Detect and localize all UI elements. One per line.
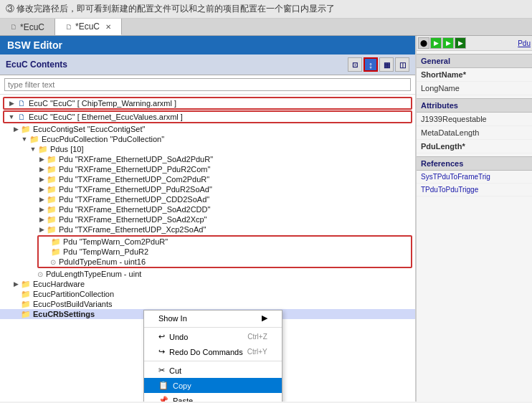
folder-icon-4: 📁 (37, 145, 49, 153)
tree-item-6[interactable]: ▶ 📁 Pdu "RXFrame_EthernetUDP_PduR2Com" (0, 164, 415, 174)
tree-label-12: Pdu "TXFrame_EthernetUDP_Xcp2SoAd" (57, 225, 206, 234)
expand-arrow-17[interactable]: ▶ (11, 280, 20, 288)
cm-paste[interactable]: 📌 Paste (144, 393, 282, 402)
toolbar-collapse-btn[interactable]: ⊡ (348, 57, 362, 72)
tree-label-13: Pdu "TempWarn_Com2PduR" (62, 237, 168, 246)
ecuc-contents-label: EcuC Contents (6, 60, 67, 70)
toolbar-grid-btn[interactable]: ▦ (379, 57, 394, 72)
cm-undo-label: Undo (169, 333, 188, 341)
expand-arrow-10[interactable]: ▶ (37, 205, 46, 214)
expand-arrow-7[interactable]: ▶ (37, 175, 46, 184)
tree-item-17[interactable]: ▶ 📁 EcucHardware (0, 279, 415, 289)
tree-label-0: EcuC "EcuC" [ ChipTemp_Warning.arxml ] (27, 99, 176, 108)
expand-arrow-2[interactable]: ▶ (11, 125, 20, 133)
cm-paste-label: Paste (173, 397, 193, 402)
expand-arrow-5[interactable]: ▶ (37, 155, 46, 163)
cm-copy-label: Copy (173, 381, 191, 390)
tree-item-18[interactable]: 📁 EcucPartitionCollection (0, 289, 415, 299)
cm-copy[interactable]: 📋 Copy (144, 378, 282, 393)
tree-area: ▶ 🗋 EcuC "EcuC" [ ChipTemp_Warning.arxml… (0, 95, 415, 402)
tree-item-11[interactable]: ▶ 📁 Pdu "RXFrame_EthernetUDP_SoAd2Xcp" (0, 214, 415, 224)
expand-arrow-4[interactable]: ▼ (29, 145, 37, 153)
expand-arrow-6[interactable]: ▶ (37, 165, 46, 174)
tree-label-14: Pdu "TempWarn_PduR2 (62, 247, 148, 256)
expand-arrow-9[interactable]: ▶ (37, 195, 46, 204)
cm-undo[interactable]: ↩ Undo Ctrl+Z (144, 329, 282, 344)
expand-arrow-12[interactable]: ▶ (37, 225, 46, 234)
cm-cut[interactable]: ✂ Cut (144, 363, 282, 378)
ref-item-1[interactable]: SysTPduToFrameTrig (417, 171, 532, 184)
folder-icon-1: 🗋 (16, 113, 27, 121)
tree-item-13[interactable]: 📁 Pdu "TempWarn_Com2PduR" (39, 237, 411, 247)
tree-item-0[interactable]: ▶ 🗋 EcuC "EcuC" [ ChipTemp_Warning.arxml… (4, 98, 411, 108)
tab-ecuc-2[interactable]: 🗋 *EcuC ✕ (55, 19, 122, 35)
tree-label-10: Pdu "RXFrame_EthernetUDP_SoAd2CDD" (57, 205, 210, 214)
tree-item-5[interactable]: ▶ 📁 Pdu "RXFrame_EthernetUDP_SoAd2PduR" (0, 154, 415, 164)
rt-btn-2[interactable]: ▶ (430, 37, 442, 49)
rt-btn-4[interactable]: ▶ (455, 37, 466, 49)
tree-item-4[interactable]: ▼ 📁 Pdus [10] (0, 144, 415, 154)
tree-label-1: EcuC "EcuC" [ Ethernet_EcucValues.arxml … (27, 113, 183, 121)
rt-label: Pdu (518, 39, 531, 47)
expand-arrow-8[interactable]: ▶ (37, 185, 46, 194)
tree-item-15[interactable]: ⊙ PduIdTypeEnum - uint16 (39, 257, 411, 267)
folder-icon-11: 📁 (46, 215, 57, 224)
expand-arrow-19 (11, 300, 20, 308)
ref-item-2-text: TPduToPduTrigge (421, 186, 478, 194)
cm-sep-1 (144, 327, 282, 328)
tree-item-12[interactable]: ▶ 📁 Pdu "TXFrame_EthernetUDP_Xcp2SoAd" (0, 224, 415, 234)
toolbar-arrow-btn[interactable]: ↕ (364, 57, 378, 72)
tree-label-17: EcucHardware (32, 280, 85, 288)
tree-item-9[interactable]: ▶ 📁 Pdu "TXFrame_EthernetUDP_CDD2SoAd" (0, 194, 415, 204)
expand-arrow-18 (11, 290, 20, 298)
tree-item-7[interactable]: ▶ 📁 Pdu "TXFrame_EthernetUDP_Com2PduR" (0, 174, 415, 184)
folder-icon-9: 📁 (46, 195, 57, 204)
expand-arrow-16 (29, 270, 37, 278)
prop-longname: LongName (417, 82, 532, 95)
tree-item-2[interactable]: ▶ 📁 EcucContigSet "EcucContigSet" (0, 124, 415, 134)
cm-redo-shortcut: Ctrl+Y (247, 348, 267, 356)
section-general-label: General (421, 57, 450, 65)
expand-arrow-20 (11, 310, 20, 318)
bsw-header: BSW Editor (0, 36, 415, 54)
tab-icon-2: 🗋 (65, 23, 72, 31)
folder-icon-3: 📁 (29, 135, 40, 143)
expand-arrow-3[interactable]: ▼ (20, 135, 29, 143)
tree-item-14[interactable]: 📁 Pdu "TempWarn_PduR2 (39, 247, 411, 257)
ref-item-2[interactable]: TPduToPduTrigge (417, 184, 532, 196)
cm-cut-label: Cut (169, 366, 181, 375)
expand-arrow-14 (42, 247, 50, 256)
filter-bar (0, 75, 415, 95)
prop-longname-label: LongName (421, 84, 528, 93)
cm-cut-icon: ✂ (158, 366, 165, 375)
tree-item-19[interactable]: 📁 EcucPostBuildVariants (0, 299, 415, 309)
folder-icon-10: 📁 (46, 205, 57, 214)
folder-icon-14: 📁 (50, 247, 62, 256)
top-bar-text: ③ 修改完路径后，即可看到新建的配置文件可以和之前的项目配置在一个窗口内显示了 (6, 4, 335, 14)
expand-arrow-0[interactable]: ▶ (7, 99, 16, 108)
folder-icon-6: 📁 (46, 165, 57, 174)
tree-item-10[interactable]: ▶ 📁 Pdu "RXFrame_EthernetUDP_SoAd2CDD" (0, 204, 415, 214)
cm-show-in[interactable]: Show In ▶ (144, 310, 282, 326)
expand-arrow-11[interactable]: ▶ (37, 215, 46, 224)
tree-item-3[interactable]: ▼ 📁 EcucPduCollection "PduCollection" (0, 134, 415, 144)
rt-btn-3[interactable]: ▶ (442, 37, 454, 49)
filter-input[interactable] (4, 78, 411, 91)
expand-arrow-1[interactable]: ▼ (7, 113, 16, 121)
tree-item-16[interactable]: ⊙ PduLengthTypeEnum - uint (0, 269, 415, 279)
prop-j1939-label: J1939Requestable (421, 115, 528, 123)
rt-btn-1[interactable]: ⬤ (418, 37, 429, 49)
tree-item-1[interactable]: ▼ 🗋 EcuC "EcuC" [ Ethernet_EcucValues.ar… (4, 112, 411, 122)
cm-undo-shortcut: Ctrl+Z (247, 333, 267, 341)
bsw-title: BSW Editor (7, 39, 62, 51)
folder-icon-20: 📁 (20, 310, 32, 318)
tree-item-8[interactable]: ▶ 📁 Pdu "TXFrame_EthernetUDP_PduR2SoAd" (0, 184, 415, 194)
folder-icon-0: 🗋 (16, 99, 27, 108)
tab-ecuc-1[interactable]: 🗋 *EcuC (0, 19, 55, 35)
folder-icon-8: 📁 (46, 185, 57, 194)
cm-redo[interactable]: ↪ Redo Do Commands Ctrl+Y (144, 344, 282, 359)
tab-close-icon[interactable]: ✕ (105, 23, 111, 31)
folder-icon-2: 📁 (20, 125, 32, 133)
toolbar-split-btn[interactable]: ◫ (395, 57, 409, 72)
folder-icon-19: 📁 (20, 300, 32, 308)
